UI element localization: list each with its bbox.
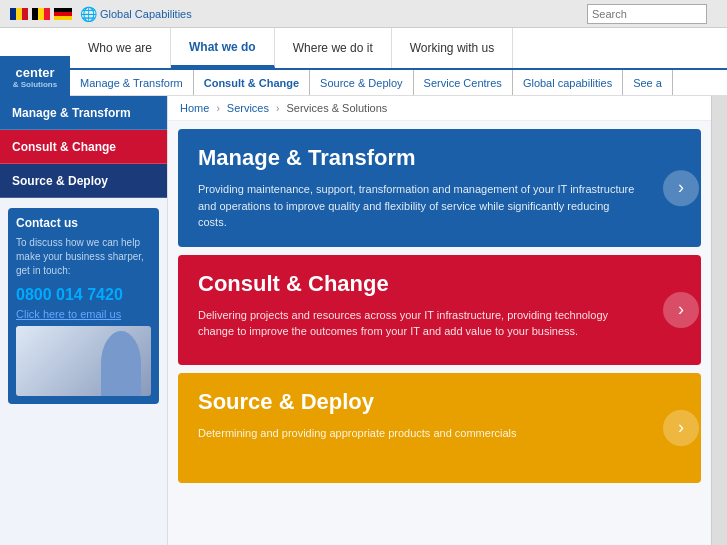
global-capabilities-link[interactable]: 🌐 Global Capabilities [80, 6, 192, 22]
contact-phone[interactable]: 0800 014 7420 [16, 286, 151, 304]
card-manage-transform[interactable]: Manage & Transform Providing maintenance… [178, 129, 701, 247]
card-manage-transform-arrow: › [661, 129, 701, 247]
sidebar: Manage & Transform Consult & Change Sour… [0, 96, 168, 545]
flags [10, 8, 72, 20]
card-manage-transform-title: Manage & Transform [198, 145, 681, 171]
contact-image [16, 326, 151, 396]
sidebar-item-manage-transform[interactable]: Manage & Transform [0, 96, 167, 130]
logo-subtitle: & Solutions [13, 80, 57, 89]
sidebar-item-source-deploy[interactable]: Source & Deploy [0, 164, 167, 198]
arrow-circle-icon: › [663, 170, 699, 206]
card-consult-change-arrow: › [661, 255, 701, 365]
arrow-circle-2-icon: › [663, 292, 699, 328]
breadcrumb-home[interactable]: Home [180, 102, 209, 114]
card-source-deploy-desc: Determining and providing appropriate pr… [198, 425, 638, 442]
main-nav: Who we are What we do Where we do it Wor… [0, 28, 727, 70]
globe-icon: 🌐 [80, 6, 97, 22]
top-bar: 🌐 Global Capabilities [0, 0, 727, 28]
arrow-circle-3-icon: › [663, 410, 699, 446]
breadcrumb-sep-1: › [216, 103, 219, 114]
breadcrumb-current: Services & Solutions [286, 102, 387, 114]
contact-box: Contact us To discuss how we can help ma… [8, 208, 159, 404]
card-source-deploy-arrow: › [661, 373, 701, 483]
subnav-global-capabilities[interactable]: Global capabilities [513, 70, 623, 95]
card-source-deploy-title: Source & Deploy [198, 389, 681, 415]
card-consult-change[interactable]: Consult & Change Delivering projects and… [178, 255, 701, 365]
nav-who-we-are[interactable]: Who we are [70, 28, 171, 68]
layout: Manage & Transform Consult & Change Sour… [0, 96, 727, 545]
card-source-deploy[interactable]: Source & Deploy Determining and providin… [178, 373, 701, 483]
logo-text: center [15, 65, 54, 80]
contact-email-link[interactable]: Click here to email us [16, 308, 151, 320]
card-consult-change-desc: Delivering projects and resources across… [198, 307, 638, 340]
flag-romania[interactable] [10, 8, 28, 20]
card-manage-transform-desc: Providing maintenance, support, transfor… [198, 181, 638, 231]
right-scrollbar[interactable] [711, 96, 727, 545]
subnav-consult-change[interactable]: Consult & Change [194, 70, 310, 95]
subnav-see-a[interactable]: See a [623, 70, 673, 95]
card-consult-change-title: Consult & Change [198, 271, 681, 297]
person-silhouette [101, 331, 141, 396]
breadcrumb-sep-2: › [276, 103, 279, 114]
main-content: Home › Services › Services & Solutions M… [168, 96, 711, 545]
contact-title: Contact us [16, 216, 151, 230]
breadcrumb: Home › Services › Services & Solutions [168, 96, 711, 121]
flag-belgium[interactable] [32, 8, 50, 20]
search-input[interactable] [587, 4, 707, 24]
subnav-source-deploy[interactable]: Source & Deploy [310, 70, 414, 95]
sub-nav: Manage & Transform Consult & Change Sour… [0, 70, 727, 96]
nav-working-with-us[interactable]: Working with us [392, 28, 513, 68]
contact-desc: To discuss how we can help make your bus… [16, 236, 151, 278]
logo[interactable]: center & Solutions [0, 56, 70, 98]
nav-what-we-do[interactable]: What we do [171, 28, 275, 68]
breadcrumb-services[interactable]: Services [227, 102, 269, 114]
sidebar-item-consult-change[interactable]: Consult & Change [0, 130, 167, 164]
nav-where-we-do-it[interactable]: Where we do it [275, 28, 392, 68]
subnav-service-centres[interactable]: Service Centres [414, 70, 513, 95]
subnav-manage-transform[interactable]: Manage & Transform [70, 70, 194, 95]
flag-germany[interactable] [54, 8, 72, 20]
